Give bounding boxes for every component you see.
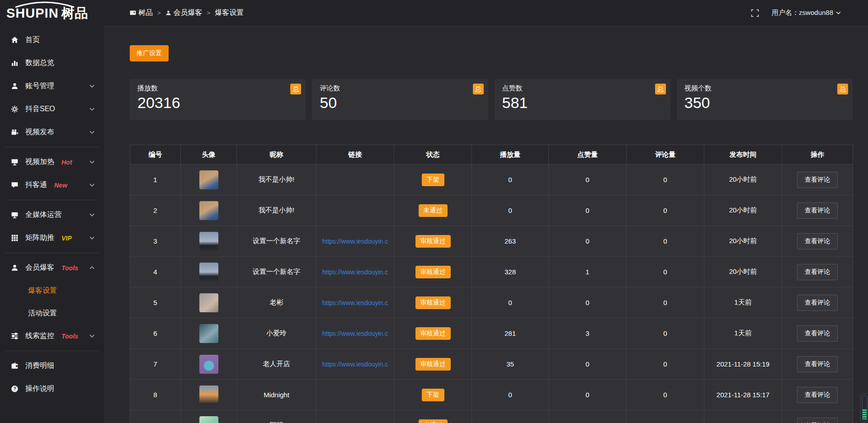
breadcrumb-item-root[interactable]: 树品 (130, 8, 153, 18)
video-link[interactable]: https://www.iesdouyin.c (322, 268, 388, 276)
chevron-down-icon (88, 236, 96, 240)
sidebar-item-video-publish[interactable]: 视频发布 (0, 121, 104, 144)
floating-widget-bars (863, 409, 867, 419)
sidebar-item-matrix-boost[interactable]: 矩阵助推 VIP (0, 226, 104, 249)
svg-text:?: ? (13, 386, 16, 391)
sidebar-item-account[interactable]: 账号管理 (0, 75, 104, 98)
view-comments-button[interactable]: 查看评论 (797, 264, 838, 280)
breadcrumb-item-current: 爆客设置 (215, 8, 244, 18)
avatar-cell (181, 226, 237, 257)
sidebar-item-instructions[interactable]: ? 操作说明 (0, 377, 104, 400)
comments-cell: 0 (627, 318, 704, 349)
column-header: 评论量 (627, 145, 704, 164)
total-badge: 总 (290, 84, 301, 94)
video-link[interactable]: https://www.iesdouyin.c (322, 330, 388, 337)
view-comments-button[interactable]: 查看评论 (797, 356, 838, 372)
sidebar-item-clue-monitor[interactable]: 线索监控 Tools (0, 324, 104, 348)
total-badge: 总 (837, 84, 848, 94)
sidebar-subitem-activity-settings[interactable]: 活动设置 (0, 302, 104, 324)
promo-settings-button[interactable]: 推广设置 (130, 45, 169, 61)
view-comments-button[interactable]: 查看评论 (797, 387, 838, 403)
action-cell: 查看评论 (782, 257, 853, 287)
chevron-down-icon (836, 11, 841, 14)
row-id-cell: 5 (130, 287, 181, 318)
username-menu[interactable]: 用户名：zswodun88 (772, 9, 841, 17)
breadcrumb-separator: > (157, 9, 161, 16)
action-cell: 查看评论 (782, 380, 853, 410)
monitor-icon (11, 211, 19, 219)
sidebar-item-home[interactable]: 首页 (0, 28, 104, 52)
avatar-cell (181, 287, 237, 318)
sidebar-item-expense-details[interactable]: 消费明细 (0, 354, 104, 377)
view-comments-button[interactable]: 查看评论 (797, 418, 838, 423)
screen-brush-icon (11, 158, 19, 166)
column-header: 头像 (181, 145, 237, 164)
nickname-cell: 阿慧 (237, 410, 316, 423)
row-id-cell: 3 (130, 226, 181, 257)
wallet-icon (11, 362, 19, 370)
stat-label: 播放数 (137, 84, 306, 93)
main-content: 推广设置 播放数 20316 总 评论数 50 总 点赞数 581 总 视频个数… (104, 26, 868, 423)
likes-cell: 0 (549, 380, 627, 410)
breadcrumb-separator: > (207, 9, 211, 16)
status-cell: 审核通过 (394, 226, 472, 257)
status-cell: 下架 (394, 380, 472, 410)
view-comments-button[interactable]: 查看评论 (797, 233, 838, 249)
link-cell: https://www.iesdouyin.c (316, 226, 394, 257)
plays-cell: 281 (472, 318, 549, 349)
time-cell: 20小时前 (704, 164, 782, 195)
menu-divider (5, 351, 99, 351)
link-cell: https://www.iesdouyin.c (316, 287, 394, 318)
stat-cards: 播放数 20316 总 评论数 50 总 点赞数 581 总 视频个数 350 … (130, 79, 853, 120)
nickname-cell: 我不是小帅! (237, 164, 316, 195)
view-comments-button[interactable]: 查看评论 (797, 172, 838, 188)
video-link[interactable]: https://www.iesdouyin.c (322, 361, 388, 368)
comments-cell: 0 (627, 226, 704, 257)
avatar (199, 263, 218, 282)
link-cell (316, 195, 394, 226)
status-badge: 审核通过 (415, 266, 451, 278)
plays-cell: 0 (472, 164, 549, 195)
table-row: 2我不是小帅!未通过00020小时前查看评论 (130, 195, 853, 226)
menu-divider (5, 253, 99, 253)
username-label: 用户名：zswodun88 (772, 9, 833, 17)
sidebar-item-video-heat[interactable]: 视频加热 Hot (0, 150, 104, 174)
table-row: 9阿慧未通过0002021-11-28 15:16查看评论 (130, 410, 853, 423)
column-header: 链接 (316, 145, 394, 164)
floating-widget[interactable] (860, 393, 868, 423)
avatar-cell (181, 410, 237, 423)
stat-card-plays: 播放数 20316 总 (130, 79, 306, 120)
stat-value: 350 (684, 94, 853, 111)
view-comments-button[interactable]: 查看评论 (797, 325, 838, 342)
sidebar-subitem-baoke-settings[interactable]: 爆客设置 (0, 279, 104, 302)
logo-cn: 树品 (61, 6, 89, 20)
sidebar-item-douyin-seo[interactable]: 抖音SEO (0, 98, 104, 121)
plays-cell: 35 (472, 349, 549, 380)
video-link[interactable]: https://www.iesdouyin.c (322, 238, 388, 245)
nickname-cell: 我不是小帅! (237, 195, 316, 226)
table-row: 4设置一个新名字https://www.iesdouyin.c审核通过32810… (130, 257, 853, 287)
view-comments-button[interactable]: 查看评论 (797, 202, 838, 219)
row-id-cell: 1 (130, 164, 181, 195)
column-header: 编号 (130, 145, 181, 164)
time-cell: 1天前 (704, 287, 782, 318)
fullscreen-icon[interactable] (751, 9, 759, 17)
sidebar-item-member-baoke[interactable]: 会员爆客 Tools (0, 256, 104, 279)
nickname-cell: 老人开店 (237, 349, 316, 380)
hot-tag: Hot (61, 159, 72, 166)
sidebar-item-data-overview[interactable]: 数据总览 (0, 52, 104, 75)
table-row: 6小爱玲https://www.iesdouyin.c审核通过281301天前查… (130, 318, 853, 349)
tools-tag: Tools (61, 333, 78, 340)
link-cell (316, 164, 394, 195)
sliders-icon (11, 332, 19, 340)
time-cell: 20小时前 (704, 257, 782, 287)
column-header: 发布时间 (704, 145, 782, 164)
nickname-cell: 设置一个新名字 (237, 257, 316, 287)
sidebar-item-all-media[interactable]: 全媒体运营 (0, 203, 104, 226)
sidebar-item-douketong[interactable]: 抖客通 New (0, 174, 104, 197)
status-cell: 审核通过 (394, 257, 472, 287)
breadcrumb-item-member-baoke[interactable]: 会员爆客 (165, 8, 203, 18)
view-comments-button[interactable]: 查看评论 (797, 295, 838, 311)
avatar-cell (181, 164, 237, 195)
video-link[interactable]: https://www.iesdouyin.c (322, 299, 388, 306)
